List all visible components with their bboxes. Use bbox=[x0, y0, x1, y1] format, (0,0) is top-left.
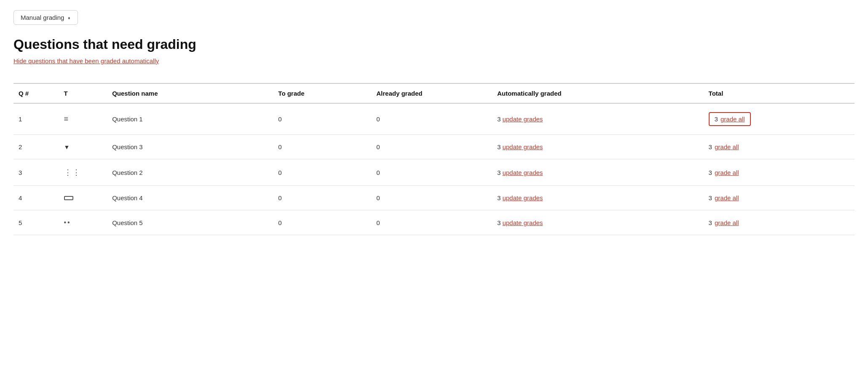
cell-question-name: Question 1 bbox=[107, 103, 273, 135]
cell-q-num: 3 bbox=[13, 159, 59, 186]
col-header-q: Q # bbox=[13, 83, 59, 103]
auto-count: 3 bbox=[497, 194, 501, 201]
dropdown-arrow-icon: ⬧ bbox=[67, 14, 71, 21]
grade-all-link[interactable]: grade all bbox=[715, 143, 739, 150]
dropdown-label: Manual grading bbox=[21, 14, 64, 21]
table-header-row: Q # T Question name To grade Already gra… bbox=[13, 83, 855, 103]
cell-already-graded: 0 bbox=[371, 159, 492, 186]
cell-already-graded: 0 bbox=[371, 103, 492, 135]
col-header-t: T bbox=[59, 83, 107, 103]
table-row: 2 ▼ Question 3 0 0 3 update grades 3 gra… bbox=[13, 135, 855, 159]
grade-all-link[interactable]: grade all bbox=[715, 219, 739, 226]
auto-count: 3 bbox=[497, 219, 501, 226]
grade-all-link[interactable]: grade all bbox=[721, 115, 745, 123]
grade-all-link[interactable]: grade all bbox=[715, 194, 739, 201]
cell-already-graded: 0 bbox=[371, 186, 492, 210]
cell-q-num: 1 bbox=[13, 103, 59, 135]
cell-auto-graded: 3 update grades bbox=[492, 103, 704, 135]
update-grades-link[interactable]: update grades bbox=[502, 194, 543, 201]
grading-table: Q # T Question name To grade Already gra… bbox=[13, 83, 855, 235]
table-row: 3 ⋮⋮ Question 2 0 0 3 update grades 3 gr… bbox=[13, 159, 855, 186]
update-grades-link[interactable]: update grades bbox=[502, 169, 543, 176]
total-count: 3 bbox=[709, 169, 712, 176]
cell-q-num: 4 bbox=[13, 186, 59, 210]
col-header-name: Question name bbox=[107, 83, 273, 103]
auto-count: 3 bbox=[497, 169, 501, 176]
table-row: 1 ≡ Question 1 0 0 3 update grades 3 gra… bbox=[13, 103, 855, 135]
cell-icon bbox=[59, 186, 107, 210]
grade-all-link[interactable]: grade all bbox=[715, 169, 739, 176]
cell-auto-graded: 3 update grades bbox=[492, 186, 704, 210]
cell-icon: •• bbox=[59, 210, 107, 235]
total-cell: 3 grade all bbox=[709, 169, 739, 176]
cell-to-grade: 0 bbox=[273, 135, 371, 159]
table-row: 4 Question 4 0 0 3 update grades 3 grade… bbox=[13, 186, 855, 210]
col-header-total: Total bbox=[704, 83, 855, 103]
cell-total: 3 grade all bbox=[704, 103, 855, 135]
cell-question-name: Question 2 bbox=[107, 159, 273, 186]
total-cell: 3 grade all bbox=[709, 143, 739, 150]
total-count: 3 bbox=[709, 194, 712, 201]
cell-to-grade: 0 bbox=[273, 103, 371, 135]
total-cell: 3 grade all bbox=[709, 194, 739, 201]
cell-already-graded: 0 bbox=[371, 135, 492, 159]
cell-auto-graded: 3 update grades bbox=[492, 159, 704, 186]
total-count: 3 bbox=[709, 143, 712, 150]
cell-auto-graded: 3 update grades bbox=[492, 210, 704, 235]
cell-question-name: Question 4 bbox=[107, 186, 273, 210]
total-cell-highlighted: 3 grade all bbox=[709, 112, 751, 126]
cell-icon: ▼ bbox=[59, 135, 107, 159]
total-count: 3 bbox=[709, 219, 712, 226]
cell-already-graded: 0 bbox=[371, 210, 492, 235]
cell-icon: ⋮⋮ bbox=[59, 159, 107, 186]
col-header-auto: Automatically graded bbox=[492, 83, 704, 103]
cell-icon: ≡ bbox=[59, 103, 107, 135]
cell-to-grade: 0 bbox=[273, 159, 371, 186]
cell-to-grade: 0 bbox=[273, 186, 371, 210]
manual-grading-dropdown[interactable]: Manual grading ⬧ bbox=[13, 10, 78, 25]
col-header-graded: Already graded bbox=[371, 83, 492, 103]
cell-total: 3 grade all bbox=[704, 135, 855, 159]
cell-auto-graded: 3 update grades bbox=[492, 135, 704, 159]
update-grades-link[interactable]: update grades bbox=[502, 219, 543, 226]
cell-total: 3 grade all bbox=[704, 186, 855, 210]
cell-question-name: Question 5 bbox=[107, 210, 273, 235]
total-count: 3 bbox=[715, 115, 718, 123]
hide-auto-graded-link[interactable]: Hide questions that have been graded aut… bbox=[13, 57, 159, 64]
cell-q-num: 2 bbox=[13, 135, 59, 159]
cell-question-name: Question 3 bbox=[107, 135, 273, 159]
auto-count: 3 bbox=[497, 115, 501, 123]
auto-count: 3 bbox=[497, 143, 501, 150]
table-row: 5 •• Question 5 0 0 3 update grades 3 gr… bbox=[13, 210, 855, 235]
col-header-tograde: To grade bbox=[273, 83, 371, 103]
update-grades-link[interactable]: update grades bbox=[502, 143, 543, 150]
cell-to-grade: 0 bbox=[273, 210, 371, 235]
cell-total: 3 grade all bbox=[704, 210, 855, 235]
total-cell: 3 grade all bbox=[709, 219, 739, 226]
cell-q-num: 5 bbox=[13, 210, 59, 235]
page-title: Questions that need grading bbox=[13, 37, 855, 52]
update-grades-link[interactable]: update grades bbox=[502, 115, 543, 123]
cell-total: 3 grade all bbox=[704, 159, 855, 186]
